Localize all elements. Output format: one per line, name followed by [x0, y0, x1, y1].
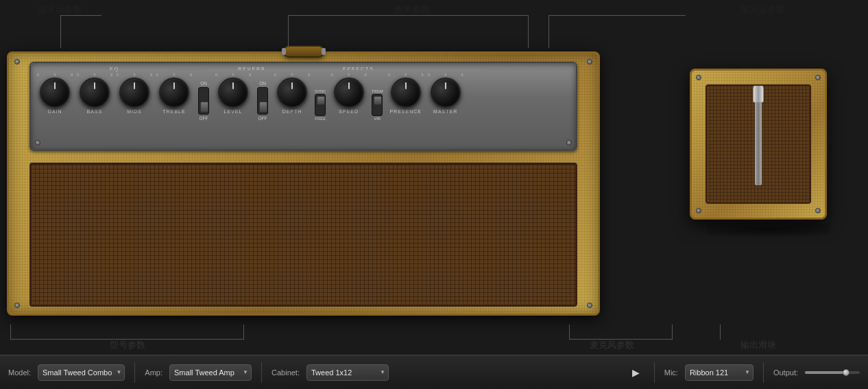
reverb-switch[interactable]: [198, 87, 209, 115]
amp-label: Amp:: [145, 368, 162, 377]
model-dropdown-arrow: ▼: [116, 369, 121, 375]
control-panel: EQ REVERB EFFECTS 059 GAIN: [29, 62, 577, 151]
annotation-line-center-l: [288, 15, 289, 48]
treble-group: 059 TREBLE: [156, 73, 193, 121]
cab-screw-br: [815, 208, 821, 213]
bass-label: BASS: [87, 109, 103, 114]
bass-scale: 059: [77, 73, 112, 77]
panel-screw-bl: [35, 140, 40, 145]
gain-scale: 059: [37, 73, 73, 77]
speed-label: SPEED: [339, 109, 359, 114]
annotation-line-left-h: [60, 15, 101, 16]
model-label: Model:: [8, 368, 31, 377]
vib-label: VIB: [374, 117, 381, 121]
effects-switch-group: ON OFF: [257, 81, 268, 121]
cabinet-container: [690, 69, 847, 254]
sync-label: SYNC: [315, 89, 326, 93]
ann-line-model-h: [10, 339, 243, 340]
presence-group: 059 PRESENCE: [387, 73, 424, 121]
trem-switch[interactable]: [372, 94, 383, 116]
mic-dropdown[interactable]: Ribbon 121 ▼: [685, 364, 754, 381]
mic-stand: [755, 96, 762, 185]
annotation-line-center-h: [288, 15, 528, 16]
trem-switch-group: TREM VIB: [372, 89, 383, 121]
effects-off-label: OFF: [258, 116, 267, 121]
cab-screw-tl: [696, 75, 701, 80]
cabinet-dropdown-arrow: ▼: [380, 369, 385, 375]
amp-screw-bl: [14, 303, 20, 308]
level-knob[interactable]: [218, 78, 248, 108]
treble-knob[interactable]: [159, 78, 189, 108]
output-label: Output:: [773, 368, 798, 377]
effects-switch[interactable]: [257, 87, 268, 115]
annotation-amp-params-left: 放大器参数: [38, 3, 82, 16]
cabinet-shadow: [707, 222, 830, 236]
cabinet-dropdown[interactable]: Tweed 1x12 ▼: [306, 364, 389, 381]
speaker-grille: [29, 163, 577, 307]
cabinet-value: Tweed 1x12: [311, 368, 352, 377]
bottom-bar: Model: Small Tweed Combo ▼ Amp: Small Tw…: [0, 355, 868, 389]
treble-scale: 059: [156, 73, 192, 77]
knobs-row: 059 GAIN 059 BASS 059: [36, 73, 464, 121]
amp-body-container: EQ REVERB EFFECTS 059 GAIN: [0, 51, 617, 319]
presence-label: PRESENCE: [389, 109, 422, 114]
mic-dropdown-arrow: ▼: [745, 369, 750, 375]
annotation-amp-params-right: 放大器参数: [740, 3, 785, 16]
cabinet-grille: [706, 84, 811, 204]
cab-screw-bl: [696, 208, 701, 213]
annotation-line-right-l: [548, 15, 549, 48]
presence-scale: 059: [388, 73, 424, 77]
amp-dropdown-arrow: ▼: [243, 369, 248, 375]
sep-4: [763, 362, 764, 383]
depth-knob[interactable]: [277, 78, 307, 108]
bass-knob[interactable]: [80, 78, 110, 108]
annotation-model-params: 型号参数: [110, 339, 145, 351]
play-button[interactable]: ▶: [628, 364, 644, 381]
master-knob[interactable]: [431, 78, 461, 108]
bottom-annotations-area: 型号参数 麦克风参数 输出滑块: [0, 324, 868, 355]
level-label: LEVEL: [224, 109, 243, 114]
mids-knob[interactable]: [119, 78, 149, 108]
effects-switch-toggle: [259, 102, 267, 113]
master-label: MASTER: [433, 109, 457, 114]
amp-body: EQ REVERB EFFECTS 059 GAIN: [7, 51, 600, 316]
reverb-switch-toggle: [200, 102, 208, 113]
speed-scale: 059: [331, 73, 367, 77]
model-value: Small Tweed Combo: [43, 368, 112, 377]
master-scale: 059: [428, 73, 463, 77]
model-dropdown[interactable]: Small Tweed Combo ▼: [38, 364, 125, 381]
master-group: 059 MASTER: [427, 73, 464, 121]
ann-line-model-vr: [243, 325, 244, 340]
speed-knob[interactable]: [334, 78, 364, 108]
effects-on-label: ON: [259, 81, 266, 86]
mic-label: Mic:: [664, 368, 678, 377]
annotation-line-right-h: [548, 15, 686, 16]
mic-head: [753, 84, 764, 103]
mids-scale: 059: [117, 73, 152, 77]
trem-label: TREM: [372, 89, 383, 93]
level-group: 059 LEVEL: [215, 73, 252, 121]
depth-label: DEPTH: [282, 109, 302, 114]
mids-label: MIDS: [127, 109, 142, 114]
bass-group: 059 BASS: [76, 73, 113, 121]
ann-line-model-vl: [10, 325, 11, 340]
ann-line-out-v: [720, 325, 721, 340]
output-slider-thumb[interactable]: [843, 369, 849, 376]
sep-1: [134, 362, 135, 383]
cabinet-label: Cabinet:: [272, 368, 300, 377]
sync-switch[interactable]: [315, 94, 326, 116]
sync-toggle: [317, 96, 325, 105]
amp-value: Small Tweed Amp: [174, 368, 234, 377]
depth-scale: 059: [274, 73, 310, 77]
reverb-line: [209, 70, 285, 71]
reverb-off-label: OFF: [200, 116, 208, 121]
reverb-switch-group: ON OFF: [198, 81, 209, 121]
output-slider[interactable]: [805, 371, 860, 374]
gain-knob[interactable]: [40, 78, 70, 108]
annotation-output-slider: 输出滑块: [740, 339, 776, 351]
presence-knob[interactable]: [391, 78, 421, 108]
mids-group: 059 MIDS: [116, 73, 153, 121]
gain-label: GAIN: [47, 109, 62, 114]
amp-dropdown[interactable]: Small Tweed Amp ▼: [169, 364, 252, 381]
sep-3: [654, 362, 655, 383]
